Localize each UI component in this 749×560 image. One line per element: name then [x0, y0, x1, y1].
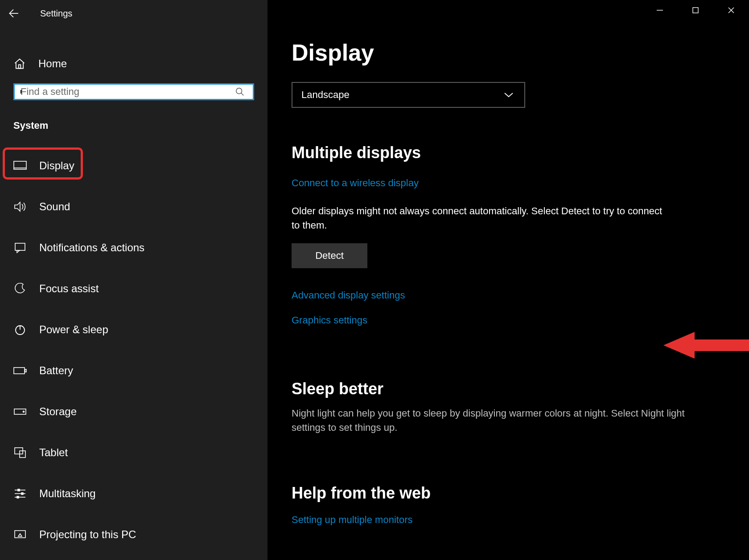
- chevron-down-icon: [504, 92, 514, 98]
- back-button[interactable]: [0, 0, 27, 27]
- annotation-arrow: [663, 330, 749, 361]
- sidebar-item-label: Power & sleep: [39, 323, 108, 336]
- svg-rect-1: [19, 65, 21, 68]
- section-heading-sleep-better: Sleep better: [292, 380, 749, 398]
- window-controls: [642, 0, 749, 20]
- sidebar-item-battery[interactable]: Battery: [0, 355, 268, 386]
- sidebar-nav-list: Display Sound: [0, 150, 268, 560]
- sidebar-item-label: Sound: [39, 200, 70, 213]
- focus-assist-icon: [13, 283, 27, 294]
- text-cursor: [21, 90, 21, 94]
- sidebar-item-label: Battery: [39, 364, 73, 377]
- svg-rect-25: [17, 496, 19, 498]
- older-displays-text: Older displays might not always connect …: [292, 204, 671, 233]
- sidebar-item-label: Focus assist: [39, 282, 99, 295]
- sidebar-item-power-sleep[interactable]: Power & sleep: [0, 314, 268, 345]
- content-pane: Display Landscape Multiple displays Conn…: [268, 0, 749, 560]
- sidebar-item-label: Notifications & actions: [39, 241, 144, 254]
- svg-marker-6: [15, 202, 20, 211]
- sidebar-item-display[interactable]: Display: [0, 150, 268, 181]
- projecting-icon: [13, 529, 27, 540]
- dropdown-value: Landscape: [301, 89, 350, 101]
- advanced-display-settings-link[interactable]: Advanced display settings: [292, 290, 405, 301]
- svg-rect-23: [18, 489, 20, 491]
- window-title: Settings: [40, 8, 72, 19]
- svg-line-3: [241, 93, 244, 96]
- display-icon: [13, 160, 27, 171]
- svg-marker-27: [18, 534, 22, 536]
- setting-up-multiple-monitors-link[interactable]: Setting up multiple monitors: [292, 514, 412, 526]
- svg-rect-29: [693, 8, 698, 13]
- sidebar-item-home[interactable]: Home: [0, 53, 268, 74]
- close-icon: [727, 6, 735, 14]
- sidebar-item-multitasking[interactable]: Multitasking: [0, 478, 268, 509]
- back-arrow-icon: [8, 8, 19, 19]
- minimize-icon: [656, 6, 664, 14]
- sidebar-item-focus-assist[interactable]: Focus assist: [0, 273, 268, 304]
- home-label: Home: [38, 57, 67, 70]
- power-icon: [13, 324, 27, 335]
- close-button[interactable]: [713, 0, 749, 20]
- graphics-settings-link[interactable]: Graphics settings: [292, 315, 367, 326]
- sound-icon: [13, 201, 27, 213]
- sleep-better-text: Night light can help you get to sleep by…: [292, 406, 720, 435]
- maximize-button[interactable]: [678, 0, 713, 20]
- multitasking-icon: [13, 488, 27, 499]
- home-icon: [13, 57, 26, 70]
- orientation-dropdown[interactable]: Landscape: [292, 82, 525, 108]
- sidebar-item-label: Projecting to this PC: [39, 528, 136, 541]
- search-input-container[interactable]: [13, 83, 254, 100]
- svg-point-14: [23, 411, 25, 413]
- svg-marker-32: [663, 332, 749, 359]
- sidebar-item-label: Storage: [39, 405, 77, 418]
- page-title: Display: [292, 39, 749, 66]
- connect-wireless-display-link[interactable]: Connect to a wireless display: [292, 177, 419, 189]
- sidebar-item-label: Multitasking: [39, 487, 96, 500]
- sidebar: Settings Home System: [0, 0, 268, 560]
- svg-rect-12: [25, 369, 26, 372]
- search-icon: [235, 87, 245, 97]
- svg-rect-24: [21, 493, 23, 495]
- maximize-icon: [692, 7, 699, 14]
- search-input[interactable]: [19, 85, 235, 99]
- svg-rect-7: [15, 243, 25, 250]
- section-heading-help-web: Help from the web: [292, 484, 749, 503]
- battery-icon: [13, 367, 27, 375]
- tablet-icon: [13, 447, 27, 458]
- sidebar-item-notifications[interactable]: Notifications & actions: [0, 232, 268, 263]
- titlebar: Settings: [0, 0, 268, 27]
- svg-rect-11: [14, 368, 25, 374]
- sidebar-category-label: System: [13, 120, 268, 131]
- sidebar-item-label: Tablet: [39, 446, 68, 459]
- sidebar-item-label: Display: [39, 159, 74, 172]
- section-heading-multiple-displays: Multiple displays: [292, 143, 749, 162]
- svg-point-2: [236, 88, 242, 94]
- minimize-button[interactable]: [642, 0, 678, 20]
- notifications-icon: [13, 242, 27, 253]
- detect-button[interactable]: Detect: [292, 243, 367, 268]
- storage-icon: [13, 408, 27, 416]
- sidebar-item-tablet[interactable]: Tablet: [0, 437, 268, 468]
- svg-marker-8: [17, 250, 20, 253]
- sidebar-item-sound[interactable]: Sound: [0, 191, 268, 222]
- sidebar-item-storage[interactable]: Storage: [0, 396, 268, 427]
- sidebar-item-projecting[interactable]: Projecting to this PC: [0, 519, 268, 550]
